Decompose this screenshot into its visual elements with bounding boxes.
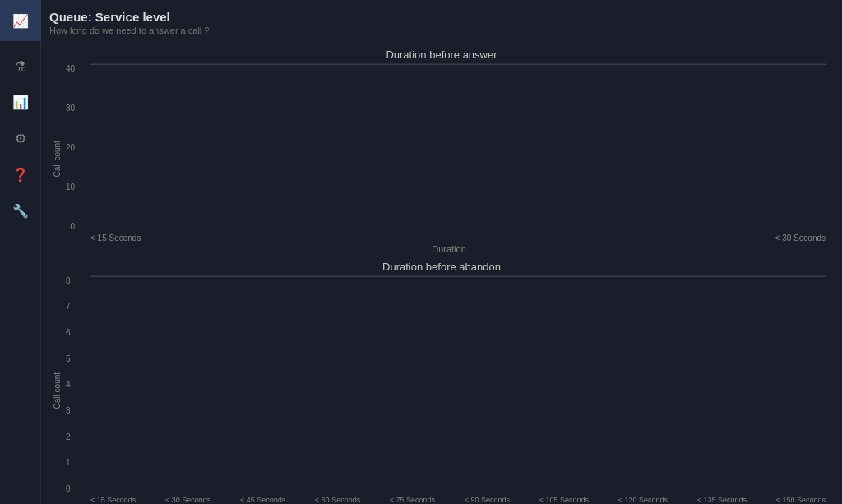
sidebar-item-help[interactable]: ❓ <box>4 158 37 191</box>
filter-icon: ⚗ <box>15 58 26 74</box>
x-label: < 105 Seconds <box>539 496 589 504</box>
y-tick: 30 <box>66 104 75 113</box>
sidebar-item-settings[interactable]: ⚙ <box>4 122 37 155</box>
cog-icon: 🔧 <box>12 203 29 219</box>
chart1-title: Duration before answer <box>49 49 834 61</box>
x-label: < 30 Seconds <box>775 234 826 243</box>
logo-icon: 📈 <box>12 13 29 29</box>
chart1-y-axis-label: Call count <box>49 64 64 254</box>
y-tick: 0 <box>66 222 75 231</box>
chart2-y-axis-label: Call count <box>49 276 64 504</box>
chart2-inner <box>90 276 826 277</box>
x-label: < 90 Seconds <box>465 496 510 504</box>
x-label: < 120 Seconds <box>618 496 668 504</box>
sidebar-item-filter[interactable]: ⚗ <box>4 49 37 82</box>
y-tick: 8 <box>66 276 71 285</box>
chart1-body: Call count 0 10 20 30 40 <box>49 64 834 254</box>
y-tick: 10 <box>66 183 75 192</box>
x-label: < 135 Seconds <box>697 496 747 504</box>
x-label: < 30 Seconds <box>165 496 210 504</box>
chart2-body: Call count 0 1 2 3 4 5 6 7 8 <box>49 276 834 504</box>
y-tick: 6 <box>66 328 71 337</box>
page-header: Queue: Service level How long do we need… <box>49 0 834 42</box>
x-label: < 75 Seconds <box>390 496 435 504</box>
y-tick: 2 <box>66 432 71 442</box>
x-label: < 60 Seconds <box>315 496 360 504</box>
page-title: Queue: Service level <box>49 10 834 24</box>
chart-icon: 📊 <box>12 95 29 110</box>
y-tick: 0 <box>66 484 71 493</box>
logo: 📈 <box>0 0 41 41</box>
main-content: Queue: Service level How long do we need… <box>41 0 842 504</box>
settings-icon: ⚙ <box>15 131 26 146</box>
x-label: < 45 Seconds <box>240 496 285 504</box>
chart1-inner <box>90 64 826 65</box>
y-tick: 3 <box>66 406 71 415</box>
help-icon: ❓ <box>12 167 29 183</box>
y-tick: 1 <box>66 458 71 467</box>
chart1-x-axis-label: Duration <box>64 244 834 254</box>
y-tick: 4 <box>66 380 71 389</box>
x-label: < 15 Seconds <box>90 496 136 504</box>
chart1-section: Duration before answer Call count 0 10 2… <box>49 42 834 254</box>
y-tick: 40 <box>66 64 75 73</box>
sidebar-item-chart[interactable]: 📊 <box>4 86 37 118</box>
charts-area: Duration before answer Call count 0 10 2… <box>49 42 834 504</box>
sidebar-item-cog[interactable]: 🔧 <box>4 194 37 227</box>
page-subtitle: How long do we need to answer a call ? <box>49 25 834 35</box>
y-tick: 7 <box>66 302 71 311</box>
chart2-section: Duration before abandon Call count 0 1 2… <box>49 254 834 504</box>
y-tick: 20 <box>66 143 75 152</box>
x-label: < 150 Seconds <box>776 496 826 504</box>
y-tick: 5 <box>66 354 71 363</box>
sidebar: 📈 ⚗ 📊 ⚙ ❓ 🔧 <box>0 0 41 504</box>
chart2-title: Duration before abandon <box>49 261 834 273</box>
x-label: < 15 Seconds <box>90 234 141 243</box>
